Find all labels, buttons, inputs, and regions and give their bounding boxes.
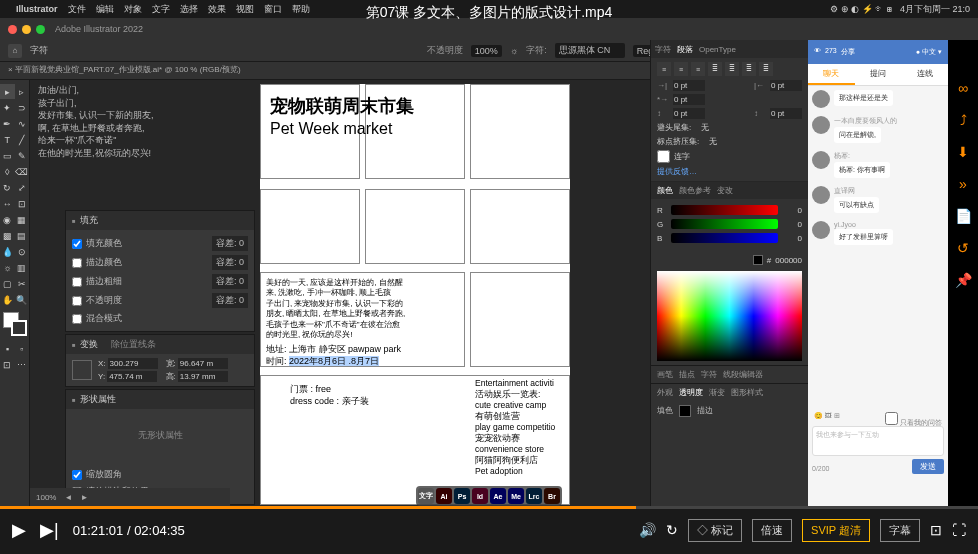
tab-gradient[interactable]: 渐变: [709, 387, 725, 398]
link-icon[interactable]: ∞: [953, 80, 973, 100]
dock-ae[interactable]: Ae: [490, 488, 506, 504]
history-icon[interactable]: ↺: [953, 240, 973, 260]
h-input[interactable]: [178, 371, 228, 382]
char-panel-label[interactable]: 字符: [30, 44, 48, 57]
color-swatch[interactable]: [753, 255, 763, 265]
stroke-label[interactable]: 描边: [697, 405, 713, 417]
chat-messages[interactable]: 那这样是还是关 一本白度要领风人的问在是解锁, 杨幂:杨幂: 你有事啊 直译网可…: [808, 86, 948, 386]
symbol-tool[interactable]: ☼: [0, 260, 15, 275]
mesh-tool[interactable]: ▩: [0, 228, 15, 243]
hand-tool[interactable]: ✋: [0, 292, 15, 307]
r-slider[interactable]: [671, 205, 778, 215]
justify-l[interactable]: ≣: [708, 62, 722, 76]
dock-ai[interactable]: Ai: [436, 488, 452, 504]
tab-segment[interactable]: 线段编辑器: [723, 369, 763, 380]
collapse-icon[interactable]: »: [953, 176, 973, 196]
feedback-link[interactable]: 提供反馈…: [657, 166, 802, 177]
pip-icon[interactable]: ⊡: [930, 522, 942, 538]
my-qa-check[interactable]: [885, 412, 898, 425]
space-before[interactable]: [673, 108, 705, 119]
mark-button[interactable]: ◇ 标记: [688, 519, 742, 542]
macos-dock[interactable]: 文字 Ai Ps Id Ae Me Lrc Br: [416, 486, 562, 506]
menu-effect[interactable]: 效果: [208, 3, 226, 16]
justify-r[interactable]: ≣: [742, 62, 756, 76]
tab-recolor[interactable]: 变改: [717, 185, 733, 196]
dock-me[interactable]: Me: [508, 488, 524, 504]
fill-panel-header[interactable]: 填充: [66, 211, 254, 230]
menu-select[interactable]: 选择: [180, 3, 198, 16]
progress-bar[interactable]: [0, 506, 978, 509]
opacity-check[interactable]: [72, 296, 82, 306]
tab-color[interactable]: 颜色: [657, 185, 673, 196]
graph-tool[interactable]: ▥: [15, 260, 30, 275]
screen-mode[interactable]: ⊡: [0, 357, 15, 372]
font-family[interactable]: 思源黑体 CN: [555, 43, 625, 58]
lasso-tool[interactable]: ⊃: [15, 100, 30, 115]
download-icon[interactable]: ⬇: [953, 144, 973, 164]
share-icon[interactable]: ⤴: [953, 112, 973, 132]
justify-all[interactable]: ≣: [759, 62, 773, 76]
fill-stroke-swatch[interactable]: [3, 312, 27, 336]
send-button[interactable]: 发送: [912, 459, 944, 474]
align-c[interactable]: ≡: [674, 62, 688, 76]
dock-br[interactable]: Br: [544, 488, 560, 504]
tab-graphic-styles[interactable]: 图形样式: [731, 387, 763, 398]
traffic-lights[interactable]: [8, 25, 45, 34]
tab-appearance[interactable]: 外观: [657, 387, 673, 398]
fill-label[interactable]: 填色: [657, 405, 673, 417]
artboard-tool[interactable]: ▢: [0, 276, 15, 291]
menu-type[interactable]: 文字: [152, 3, 170, 16]
color-mode[interactable]: ▪: [0, 341, 15, 356]
menu-file[interactable]: 文件: [68, 3, 86, 16]
brush-tool[interactable]: ✎: [15, 148, 30, 163]
perspective-tool[interactable]: ▦: [15, 212, 30, 227]
chat-input-box[interactable]: 我也来参与一下互动: [812, 426, 944, 456]
align-r[interactable]: ≡: [691, 62, 705, 76]
first-line[interactable]: [673, 94, 705, 105]
share-btn[interactable]: 分享: [841, 47, 855, 57]
stroke-weight-check[interactable]: [72, 277, 82, 287]
stroke-color-check[interactable]: [72, 258, 82, 268]
eraser-tool[interactable]: ⌫: [15, 164, 30, 179]
fx-icon[interactable]: ☼: [510, 46, 518, 56]
speed-button[interactable]: 倍速: [752, 519, 792, 542]
dock-id[interactable]: Id: [472, 488, 488, 504]
justify-c[interactable]: ≣: [725, 62, 739, 76]
hyphen-check[interactable]: [657, 150, 670, 163]
rectangle-tool[interactable]: ▭: [0, 148, 15, 163]
space-after[interactable]: [770, 108, 802, 119]
selection-tool[interactable]: ▸: [0, 84, 15, 99]
indent-left[interactable]: [673, 80, 705, 91]
menu-view[interactable]: 视图: [236, 3, 254, 16]
shape-builder-tool[interactable]: ◉: [0, 212, 15, 227]
refresh-icon[interactable]: ↻: [666, 522, 678, 538]
reference-point[interactable]: [72, 360, 92, 380]
w-input[interactable]: [178, 358, 228, 369]
menu-help[interactable]: 帮助: [292, 3, 310, 16]
scale-tool[interactable]: ⤢: [15, 180, 30, 195]
dock-app[interactable]: 文字: [418, 488, 434, 504]
volume-icon[interactable]: 🔊: [639, 522, 656, 538]
tab-brushes[interactable]: 画笔: [657, 369, 673, 380]
tab-opentype[interactable]: OpenType: [699, 45, 736, 54]
eyedropper-tool[interactable]: 💧: [0, 244, 15, 259]
zoom-value[interactable]: 100%: [36, 493, 56, 502]
app-name[interactable]: Illustrator: [16, 4, 58, 14]
doc-icon[interactable]: 📄: [953, 208, 973, 228]
blend-check[interactable]: [72, 314, 82, 324]
fullscreen-icon[interactable]: ⛶: [952, 522, 966, 538]
next-button[interactable]: ▶|: [40, 519, 59, 541]
tab-char2[interactable]: 字符: [701, 369, 717, 380]
tab-char[interactable]: 字符: [655, 44, 671, 55]
play-button[interactable]: ▶: [12, 519, 26, 541]
indent-right[interactable]: [770, 80, 802, 91]
tab-connect[interactable]: 连线: [901, 64, 948, 85]
dock-lrc[interactable]: Lrc: [526, 488, 542, 504]
slice-tool[interactable]: ✂: [15, 276, 30, 291]
quality-button[interactable]: SVIP 超清: [802, 519, 870, 542]
opacity-value[interactable]: 100%: [471, 45, 502, 57]
tab-para[interactable]: 段落: [677, 44, 693, 55]
line-tool[interactable]: ╱: [15, 132, 30, 147]
pen-tool[interactable]: ✒: [0, 116, 15, 131]
tab-color-guide[interactable]: 颜色参考: [679, 185, 711, 196]
